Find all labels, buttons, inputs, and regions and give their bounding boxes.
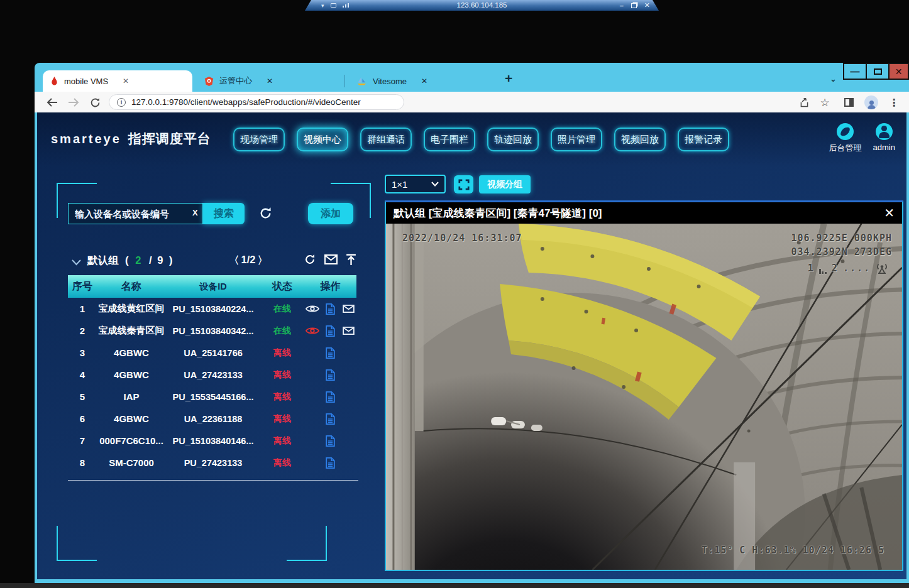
tab-yunguan-center[interactable]: 运管中心 ✕ [197, 70, 341, 92]
search-input[interactable] [68, 203, 203, 224]
device-name: 4GBWC [97, 413, 166, 424]
tab-close-icon[interactable]: ✕ [123, 77, 129, 85]
side-panel-icon[interactable] [841, 95, 856, 110]
brand-en: smarteye [51, 132, 121, 146]
url-text: 127.0.0.1:9780/client/webapps/safeProduc… [131, 97, 361, 107]
profile-avatar[interactable] [864, 95, 879, 110]
tab-close-icon[interactable]: ✕ [421, 77, 427, 85]
nav-button-6[interactable]: 视频回放 [614, 128, 666, 151]
message-mail-icon[interactable] [342, 325, 356, 337]
device-row[interactable]: 2宝成线秦青区间PU_15103840342...在线 [68, 320, 356, 342]
video-frame[interactable]: 2022/10/24 16:31:07 106.9225E 000KPH 034… [386, 224, 902, 570]
nav-button-7[interactable]: 报警记录 [678, 128, 729, 151]
rdp-restore-button[interactable] [631, 3, 637, 8]
osd-signal2-label: 2 [832, 263, 838, 274]
refresh-icon[interactable] [258, 206, 273, 223]
preview-eye-icon[interactable] [306, 325, 319, 337]
detail-doc-icon[interactable] [324, 435, 338, 447]
device-row[interactable]: 64GBWCUA_22361188离线 [68, 408, 356, 430]
device-row[interactable]: 8SM-C7000PU_27423133离线 [68, 452, 356, 474]
tunnel-video-still [386, 224, 902, 570]
device-id: PU_15103840342... [166, 326, 260, 336]
layout-select[interactable]: 1×1 [385, 175, 446, 193]
message-group-icon[interactable] [324, 254, 338, 264]
group-collapse-chevron-icon[interactable] [72, 257, 81, 268]
detail-doc-icon[interactable] [324, 457, 338, 469]
backstage-entry[interactable]: 后台管理 [829, 123, 862, 154]
page-next-button[interactable]: 〉 [257, 254, 268, 268]
nav-button-0[interactable]: 现场管理 [233, 128, 285, 151]
row-actions [304, 457, 356, 469]
close-button[interactable]: ✕ [888, 63, 909, 80]
tab-close-icon[interactable]: ✕ [267, 77, 273, 85]
nav-button-3[interactable]: 电子围栏 [424, 128, 475, 151]
tab-mobile-vms[interactable]: mobile VMS ✕ [43, 70, 192, 92]
signal-dots-icon: .... [843, 263, 871, 274]
nav-button-1[interactable]: 视频中心 [297, 128, 348, 151]
video-player: 默认组 [宝成线秦青区间] [秦青47号隧道] [0] ✕ [385, 200, 903, 571]
new-tab-button[interactable]: + [505, 71, 512, 86]
device-name: 4GBWC [97, 369, 166, 380]
site-info-icon[interactable]: i [117, 98, 126, 107]
row-actions [304, 391, 356, 403]
detail-doc-icon[interactable] [324, 325, 338, 337]
video-title-bar: 默认组 [宝成线秦青区间] [秦青47号隧道] [0] ✕ [386, 202, 902, 224]
maximize-button[interactable] [866, 63, 890, 80]
add-device-button[interactable]: 添加 [308, 203, 353, 224]
clear-search-icon[interactable]: X [192, 208, 198, 217]
desktop-taskbar-strip [0, 583, 909, 588]
message-mail-icon[interactable] [342, 303, 356, 315]
share-icon[interactable] [796, 95, 812, 110]
menu-dots-icon[interactable]: ⋮ [886, 95, 901, 110]
fullscreen-button[interactable] [454, 175, 473, 193]
red-drop-favicon [50, 76, 58, 86]
page-prev-button[interactable]: 〈 [229, 254, 240, 268]
preview-eye-icon[interactable] [306, 303, 319, 315]
device-row[interactable]: 5IAPPU_15535445166...离线 [68, 386, 356, 408]
address-bar: i 127.0.0.1:9780/client/webapps/safeProd… [35, 92, 909, 112]
device-row[interactable]: 1宝成线黄红区间PU_15103840224...在线 [68, 298, 356, 320]
group-label[interactable]: 默认组 ( 2 / 9 ) [87, 254, 172, 268]
search-button[interactable]: 搜索 [203, 203, 245, 224]
side-panel-glyph [844, 98, 854, 107]
rdp-close-button[interactable]: ✕ [644, 1, 650, 9]
bookmark-star-icon[interactable]: ☆ [817, 95, 832, 110]
video-close-icon[interactable]: ✕ [884, 207, 895, 219]
back-icon[interactable] [45, 95, 60, 110]
nav-button-2[interactable]: 群组通话 [360, 128, 412, 151]
group-punct: ) [169, 254, 173, 266]
tab-strip: mobile VMS ✕ 运管中心 ✕ Vitesome ✕ + ⌄ — ✕ [35, 63, 909, 92]
device-table-header: 序号名称设备ID状态操作 [68, 275, 356, 298]
detail-doc-icon[interactable] [324, 369, 338, 381]
device-id: UA_25141766 [166, 348, 260, 358]
browser-window: mobile VMS ✕ 运管中心 ✕ Vitesome ✕ + ⌄ — ✕ [35, 63, 909, 583]
video-group-button[interactable]: 视频分组 [479, 175, 531, 193]
refresh-group-icon[interactable] [304, 253, 316, 266]
device-id: PU_15103840146... [166, 436, 260, 446]
forward-icon[interactable] [66, 95, 81, 110]
minimize-button[interactable]: — [843, 63, 867, 80]
scroll-to-top-icon[interactable] [346, 254, 356, 266]
reload-icon[interactable] [87, 95, 102, 110]
detail-doc-icon[interactable] [324, 413, 338, 425]
device-row[interactable]: 44GBWCUA_27423133离线 [68, 364, 356, 386]
tabstrip-chevron-icon[interactable]: ⌄ [830, 74, 837, 84]
osd-signal-indicators: 1 2 .... [808, 263, 888, 274]
rdp-minimize-button[interactable]: – [620, 2, 624, 9]
nav-button-4[interactable]: 轨迹回放 [487, 128, 539, 151]
detail-doc-icon[interactable] [324, 391, 338, 403]
column-header: 操作 [304, 280, 356, 293]
device-id: UA_22361188 [166, 414, 260, 424]
detail-doc-icon[interactable] [324, 303, 338, 315]
row-index: 2 [68, 325, 97, 336]
window-controls: — ✕ [843, 63, 909, 80]
admin-entry[interactable]: admin [873, 123, 895, 154]
detail-doc-icon[interactable] [324, 347, 338, 359]
panel-corner-bracket [287, 526, 327, 561]
device-row[interactable]: 7000F7C6C10...PU_15103840146...离线 [68, 430, 356, 452]
nav-button-5[interactable]: 照片管理 [551, 128, 602, 151]
device-row[interactable]: 34GBWCUA_25141766离线 [68, 342, 356, 364]
sailboat-favicon [356, 76, 367, 87]
url-field[interactable]: i 127.0.0.1:9780/client/webapps/safeProd… [109, 94, 404, 110]
tab-vitesome[interactable]: Vitesome ✕ [349, 70, 493, 92]
